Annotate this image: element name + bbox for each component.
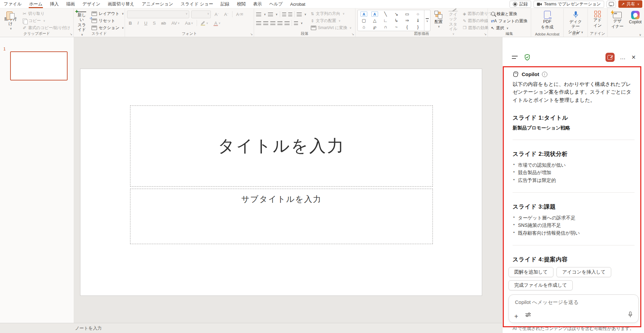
align-left-button[interactable] <box>256 21 261 25</box>
columns-button[interactable] <box>294 21 298 25</box>
clipboard-dialog-launcher[interactable]: ↘ <box>70 32 72 36</box>
text-direction-button[interactable]: ⇅文字列の方向 <box>310 10 353 17</box>
align-right-button[interactable] <box>270 21 275 25</box>
increase-indent-button[interactable] <box>288 13 292 16</box>
bullets-button[interactable] <box>256 13 261 16</box>
shape-rounded-rectangle[interactable]: ▢ <box>358 17 369 24</box>
font-name-input[interactable] <box>127 11 189 18</box>
bold-button[interactable]: B <box>127 20 133 26</box>
designer-button[interactable]: デザ イナー <box>610 10 625 31</box>
shape-right-arrow[interactable]: ⇒ <box>402 17 413 24</box>
menu-tab-animations[interactable]: アニメーション <box>138 0 177 8</box>
arrange-button[interactable]: 配置 <box>433 10 444 31</box>
select-button[interactable]: 選択 <box>490 25 529 31</box>
shape-triangle[interactable]: △ <box>369 17 380 24</box>
layout-button[interactable]: レイアウト <box>91 10 125 17</box>
change-case-button[interactable]: Aa <box>183 20 195 26</box>
shape-curve[interactable]: ~ <box>391 24 402 30</box>
convert-to-smartart-button[interactable]: SmartArt に変換 <box>310 24 353 31</box>
copilot-message-box[interactable] <box>509 294 639 323</box>
suggestion-chip[interactable]: 完成ファイルを作成して <box>509 280 573 290</box>
info-icon[interactable] <box>542 72 547 77</box>
comments-button[interactable] <box>606 1 616 8</box>
font-name-combo[interactable]: ∨ <box>127 10 189 18</box>
format-painter-button[interactable]: 書式のコピー/貼り付け <box>22 24 71 31</box>
paste-button[interactable]: 貼り付け <box>2 10 19 31</box>
italic-button[interactable]: I <box>135 20 140 26</box>
shape-rectangle[interactable]: ▭ <box>402 11 413 17</box>
collapse-ribbon-button[interactable]: ∨ <box>639 33 641 37</box>
paragraph-dialog-launcher[interactable]: ↘ <box>351 32 354 36</box>
menu-tab-view[interactable]: 表示 <box>249 0 266 8</box>
section-button[interactable]: セクション <box>91 24 125 31</box>
title-placeholder[interactable]: タイトルを入力 <box>130 105 433 187</box>
font-size-combo[interactable]: ∨ <box>191 10 211 18</box>
line-spacing-button[interactable] <box>297 13 302 16</box>
drawing-dialog-launcher[interactable]: ↘ <box>484 32 487 36</box>
character-spacing-button[interactable]: AV <box>170 20 181 26</box>
font-color-button[interactable]: A <box>212 20 222 26</box>
new-chat-button[interactable] <box>605 53 615 62</box>
font-dialog-launcher[interactable]: ↘ <box>250 32 253 36</box>
copilot-message-input[interactable] <box>514 299 633 305</box>
close-pane-button[interactable]: ✕ <box>631 54 636 61</box>
find-replace-button[interactable]: 検索と置換 <box>490 10 529 17</box>
suggestion-chip[interactable]: 図解を追加して <box>509 267 553 277</box>
copilot-button[interactable]: Copilot <box>627 10 643 31</box>
menu-tab-help[interactable]: ヘルプ <box>266 0 287 8</box>
decrease-indent-button[interactable] <box>282 13 286 16</box>
notes-bar[interactable]: ノートを入力 <box>0 323 502 333</box>
shape-elbow-arrow-connector[interactable]: ↳ <box>391 17 402 24</box>
present-in-teams-button[interactable]: Teams でプレゼンテーション <box>534 1 604 8</box>
shape-elbow-connector[interactable]: ∟ <box>380 17 391 24</box>
share-button[interactable]: ↗ 共有 <box>618 0 642 8</box>
strikethrough-button[interactable]: ab <box>159 20 168 26</box>
menu-tab-file[interactable]: ファイル <box>0 0 25 8</box>
menu-tab-review[interactable]: 校閲 <box>233 0 249 8</box>
shape-left-brace[interactable]: { <box>402 24 413 30</box>
quick-styles-button[interactable]: クイック スタイル <box>447 10 460 31</box>
shape-vertical-textbox[interactable]: A <box>371 11 378 17</box>
align-text-button[interactable]: ⇕文字の配置 <box>310 18 353 24</box>
menu-tab-slideshow[interactable]: スライド ショー <box>177 0 217 8</box>
align-center-button[interactable] <box>263 21 268 25</box>
reset-button[interactable]: リセット <box>91 18 125 24</box>
text-shadow-button[interactable]: S <box>151 20 157 26</box>
suggestion-chip[interactable]: アイコンを挿入して <box>556 267 611 277</box>
options-button[interactable] <box>525 312 531 318</box>
menu-tab-design[interactable]: デザイン <box>79 0 104 8</box>
menu-icon[interactable] <box>512 56 518 58</box>
shape-down-arrow[interactable]: ⇓ <box>413 17 423 24</box>
create-pdf-button[interactable]: PDF を作成 <box>533 10 561 31</box>
cut-button[interactable]: 切り取り <box>22 10 71 17</box>
copy-button[interactable]: コピー <box>22 18 71 24</box>
shapes-gallery-scrollbar[interactable]: ∨ <box>424 10 430 31</box>
record-button[interactable]: 記録 <box>510 1 531 8</box>
add-attachment-button[interactable] <box>514 313 518 320</box>
shape-arrow[interactable]: ↘ <box>391 11 402 17</box>
menu-tab-acrobat[interactable]: Acrobat <box>287 0 309 8</box>
distribute-text-button[interactable] <box>284 21 290 25</box>
dictation-button[interactable] <box>628 311 633 319</box>
clear-formatting-button[interactable]: A⌫ <box>234 11 245 18</box>
shape-right-brace[interactable]: } <box>413 24 423 30</box>
justify-button[interactable] <box>277 21 282 25</box>
underline-button[interactable]: U <box>143 20 149 26</box>
shape-arc[interactable]: ∩ <box>380 24 391 30</box>
menu-tab-insert[interactable]: 挿入 <box>46 0 63 8</box>
addins-button[interactable]: アド イン <box>590 10 605 29</box>
numbering-button[interactable] <box>268 13 273 16</box>
shape-scribble[interactable]: ℘ <box>369 24 380 30</box>
shape-line[interactable]: ╲ <box>380 11 391 17</box>
slide-thumbnail[interactable] <box>10 51 68 80</box>
menu-tab-draw[interactable]: 描画 <box>63 0 79 8</box>
menu-tab-home[interactable]: ホーム <box>25 0 46 8</box>
menu-tab-transitions[interactable]: 画面切り替え <box>104 0 138 8</box>
slide-canvas[interactable]: タイトルを入力 サブタイトルを入力 <box>80 69 482 295</box>
highlight-color-button[interactable] <box>199 20 210 26</box>
menu-tab-record[interactable]: 記録 <box>217 0 233 8</box>
grow-font-button[interactable]: Aˆ <box>213 11 220 18</box>
new-slide-button[interactable]: 新しい スライド <box>76 10 88 31</box>
shape-oval[interactable]: ○ <box>413 11 423 17</box>
replace-fonts-button[interactable]: ⇄Aフォントの置換 <box>490 18 529 24</box>
